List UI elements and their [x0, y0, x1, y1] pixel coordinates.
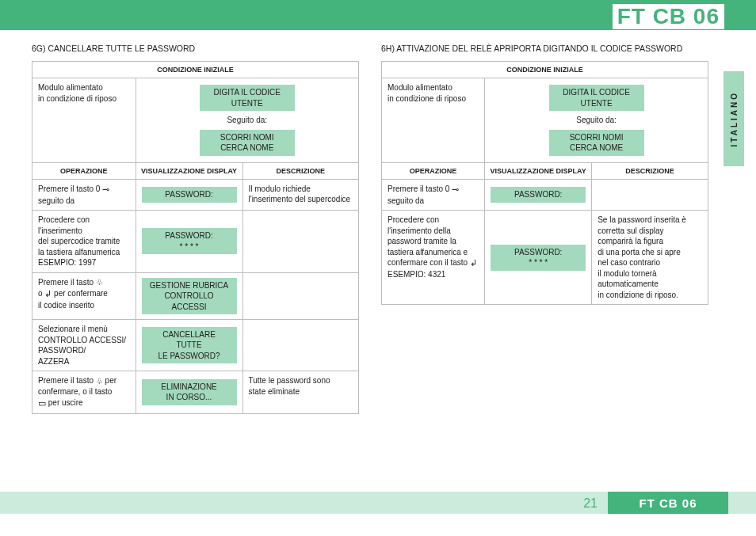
table-row: Procedere con l'inserimento del supercod…	[32, 211, 359, 273]
op-cell: Procedere con l'inserimento del supercod…	[32, 211, 136, 273]
seguito-label: Seguito da:	[219, 112, 275, 128]
desc-cell	[242, 272, 358, 320]
hdr-desc: DESCRIZIONE	[592, 162, 708, 179]
disp-cell: CANCELLARE TUTTE LE PASSWORD?	[136, 320, 242, 371]
table-row: Premere il tasto ♧o ↲ per confermare il …	[32, 272, 359, 320]
key-icon: ⊸	[452, 184, 459, 196]
disp-cell: PASSWORD: * * * *	[136, 211, 242, 273]
op-cell: Premere il tasto 0 ⊸seguito da	[382, 179, 485, 210]
op-cell: Premere il tasto 0 ⊸seguito da	[32, 179, 136, 210]
table-row: Premere il tasto 0 ⊸seguito da PASSWORD:…	[32, 179, 359, 210]
op-cell: Premere il tasto ♧ per confermare, o il …	[32, 371, 136, 413]
disp-cell: PASSWORD: * * * *	[485, 211, 592, 305]
op-cell: Selezionare il menù CONTROLLO ACCESSI/ P…	[32, 320, 136, 371]
initial-left: Modulo alimentato in condizione di ripos…	[32, 78, 136, 163]
desc-cell: Se la password inserita è corretta sul d…	[592, 211, 708, 305]
chip-scorri: SCORRI NOMICERCA NOME	[200, 130, 295, 156]
content: 6G) CANCELLARE TUTTE LE PASSWORD CONDIZI…	[32, 44, 708, 414]
footer-box: FT CB 06	[608, 492, 728, 514]
table-row: Premere il tasto 0 ⊸seguito da PASSWORD:	[382, 179, 708, 210]
display-chip: PASSWORD: * * * *	[142, 228, 237, 254]
enter-icon: ↲	[470, 257, 477, 269]
key-icon: ⊸	[102, 184, 109, 196]
seguito-label: Seguito da:	[568, 112, 624, 128]
left-table: CONDIZIONE INIZIALE Modulo alimentato in…	[32, 61, 359, 414]
initial-title: CONDIZIONE INIZIALE	[382, 62, 708, 78]
initial-title: CONDIZIONE INIZIALE	[32, 62, 359, 78]
initial-left: Modulo alimentato in condizione di ripos…	[382, 78, 485, 163]
disp-cell: PASSWORD:	[136, 179, 242, 210]
hdr-desc: DESCRIZIONE	[242, 162, 358, 179]
book-icon: ▭	[38, 397, 46, 409]
disp-cell: GESTIONE RUBRICA CONTROLLO ACCESSI	[136, 272, 242, 320]
chip-digita: DIGITA IL CODICEUTENTE	[549, 85, 644, 111]
page-number: 21	[583, 496, 598, 511]
initial-right: DIGITA IL CODICEUTENTE Seguito da: SCORR…	[136, 78, 358, 163]
left-heading: 6G) CANCELLARE TUTTE LE PASSWORD	[32, 44, 359, 53]
disp-cell: ELIMINAZIONE IN CORSO...	[136, 371, 242, 413]
display-chip: PASSWORD:	[491, 187, 586, 203]
desc-cell	[242, 211, 358, 273]
table-row: Procedere con l'inserimento della passwo…	[382, 211, 708, 305]
desc-cell	[242, 320, 358, 371]
disp-cell: PASSWORD:	[485, 179, 592, 210]
desc-cell: Tutte le password sono state eliminate	[242, 371, 358, 413]
initial-right: DIGITA IL CODICEUTENTE Seguito da: SCORR…	[485, 78, 708, 163]
display-chip: GESTIONE RUBRICA CONTROLLO ACCESSI	[142, 278, 237, 315]
bell-icon: ♧	[96, 376, 103, 387]
display-chip: ELIMINAZIONE IN CORSO...	[142, 379, 237, 405]
hdr-disp: VISUALIZZAZIONE DISPLAY	[485, 162, 592, 179]
left-column: 6G) CANCELLARE TUTTE LE PASSWORD CONDIZI…	[32, 44, 359, 414]
display-chip: CANCELLARE TUTTE LE PASSWORD?	[142, 327, 237, 364]
desc-cell: Il modulo richiede l'inserimento del sup…	[242, 179, 358, 210]
desc-cell	[592, 179, 708, 210]
hdr-op: OPERAZIONE	[382, 162, 485, 179]
op-cell: Procedere con l'inserimento della passwo…	[382, 211, 485, 305]
display-chip: PASSWORD: * * * *	[491, 245, 586, 271]
chip-scorri: SCORRI NOMICERCA NOME	[549, 130, 644, 156]
right-heading: 6H) ATTIVAZIONE DEL RELÈ APRIPORTA DIGIT…	[381, 44, 708, 53]
table-row: Premere il tasto ♧ per confermare, o il …	[32, 371, 359, 413]
hdr-disp: VISUALIZZAZIONE DISPLAY	[136, 162, 242, 179]
enter-icon: ↲	[44, 288, 52, 300]
display-chip: PASSWORD:	[142, 187, 237, 203]
op-cell: Premere il tasto ♧o ↲ per confermare il …	[32, 272, 136, 320]
doc-title: FT CB 06	[613, 4, 724, 29]
language-tab: ITALIANO	[724, 71, 744, 166]
bell-icon: ♧	[96, 277, 103, 288]
right-column: 6H) ATTIVAZIONE DEL RELÈ APRIPORTA DIGIT…	[381, 44, 708, 414]
chip-digita: DIGITA IL CODICEUTENTE	[200, 85, 295, 111]
language-label: ITALIANO	[730, 91, 739, 146]
table-row: Selezionare il menù CONTROLLO ACCESSI/ P…	[32, 320, 359, 371]
hdr-op: OPERAZIONE	[32, 162, 136, 179]
right-table: CONDIZIONE INIZIALE Modulo alimentato in…	[381, 61, 708, 305]
